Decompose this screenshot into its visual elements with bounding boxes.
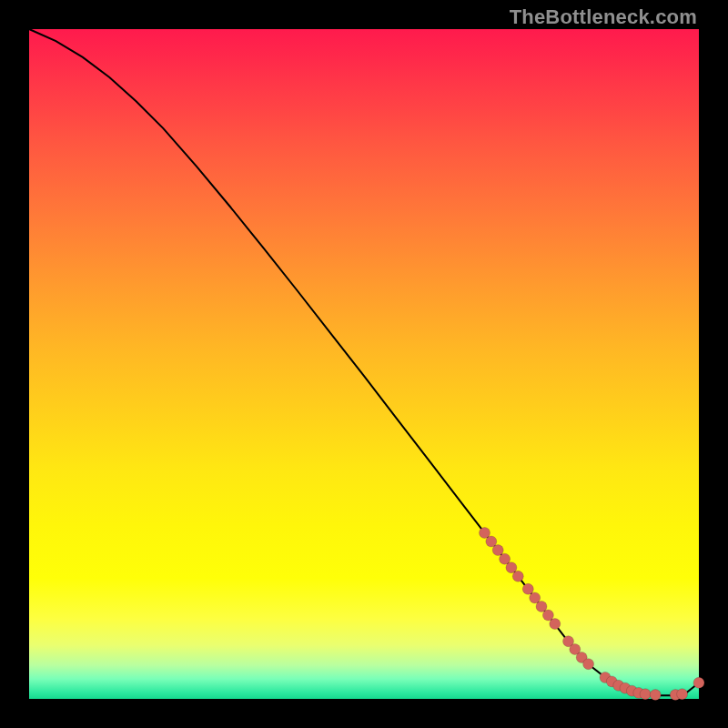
data-marker — [693, 677, 704, 688]
data-marker — [650, 690, 661, 701]
data-marker — [583, 659, 594, 670]
data-marker — [640, 689, 651, 700]
data-marker — [512, 571, 523, 581]
bottleneck-curve — [29, 29, 699, 695]
chart-stage: TheBottleneck.com — [0, 0, 728, 728]
data-marker — [550, 619, 561, 630]
data-marker — [677, 689, 688, 700]
marker-group — [480, 528, 705, 701]
chart-overlay — [29, 29, 699, 699]
watermark-text: TheBottleneck.com — [510, 5, 697, 29]
